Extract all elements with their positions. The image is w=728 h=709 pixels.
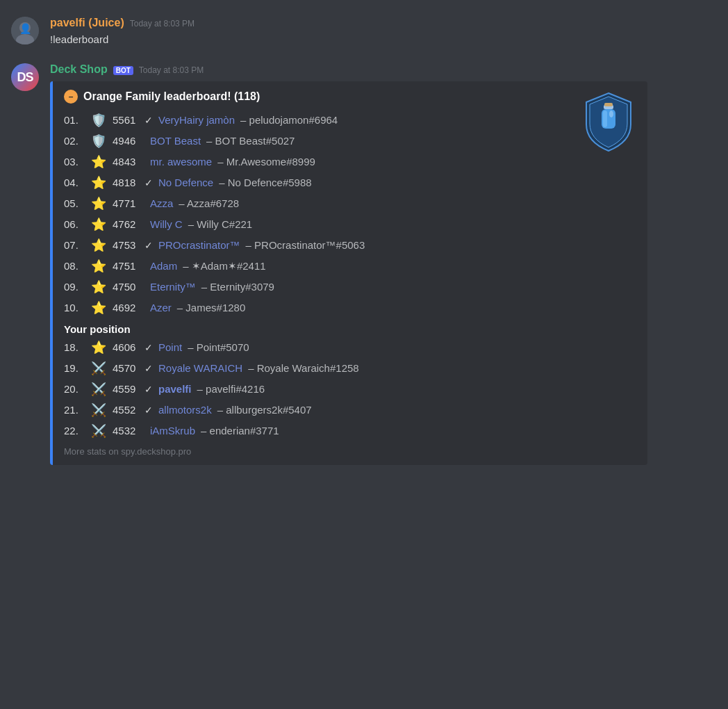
list-item: 07. ⭐ 4753 ✓ PROcrastinator™ – PROcrasti… (64, 237, 636, 254)
rank-icon: ⭐ (90, 258, 107, 275)
svg-point-8 (609, 111, 613, 117)
rank-icon: ⚔️ (90, 402, 107, 418)
list-item: 22. ⚔️ 4532 iAmSkrub – enderian#3771 (64, 423, 636, 439)
rank-icon: ⚔️ (90, 381, 107, 398)
rank-icon: ⭐ (90, 216, 107, 233)
bot-message: DS Deck Shop BOT Today at 8:03 PM – Oran… (0, 58, 728, 471)
list-item: 10. ⭐ 4692 Azer – James#1280 (64, 300, 636, 316)
rank-icon: ⚔️ (90, 360, 107, 377)
bot-message-header: Deck Shop BOT Today at 8:03 PM (50, 63, 717, 76)
bot-timestamp: Today at 8:03 PM (139, 65, 204, 75)
list-item: 09. ⭐ 4750 Eternity™ – Eternity#3079 (64, 279, 636, 295)
list-item: 08. ⭐ 4751 Adam – ✶Adam✶#2411 (64, 258, 636, 275)
list-item: 18. ⭐ 4606 ✓ Point – Point#5070 (64, 339, 636, 356)
embed-title: – Orange Family leaderboard! (118) (64, 90, 636, 104)
rank-icon: ⭐ (90, 195, 107, 212)
list-item: 02. 🛡️ 4946 BOT Beast – BOT Beast#5027 (64, 133, 636, 149)
bot-avatar: DS (11, 63, 39, 91)
list-item: 04. ⭐ 4818 ✓ No Defence – No Defence#598… (64, 174, 636, 191)
user-message-content: pavelfi (Juice) Today at 8:03 PM !leader… (50, 17, 717, 47)
rank-icon: ⚔️ (90, 423, 107, 439)
user-timestamp: Today at 8:03 PM (130, 19, 195, 28)
svg-rect-7 (604, 103, 613, 106)
leaderboard-embed: – Orange Family leaderboard! (118) 01. 🛡… (50, 81, 647, 465)
bot-username: Deck Shop (50, 63, 108, 76)
bot-message-content: Deck Shop BOT Today at 8:03 PM – Orange … (50, 63, 717, 465)
rank-icon: ⭐ (90, 174, 107, 191)
orange-dot-icon: – (64, 90, 78, 104)
user-username: pavelfi (Juice) (50, 17, 124, 29)
list-item: 20. ⚔️ 4559 ✓ pavelfi – pavelfi#4216 (64, 381, 636, 398)
rank-icon: ⭐ (90, 237, 107, 254)
list-item: 05. ⭐ 4771 Azza – Azza#6728 (64, 195, 636, 212)
rank-icon: ⭐ (90, 279, 107, 295)
user-message: 👤 pavelfi (Juice) Today at 8:03 PM !lead… (0, 11, 728, 52)
rank-icon: ⭐ (90, 300, 107, 316)
your-position-label: Your position (64, 323, 636, 335)
rank-icon: 🛡️ (90, 133, 107, 149)
list-item: 01. 🛡️ 5561 ✓ VeryHairy jamòn – peludoja… (64, 112, 636, 129)
footer-text: More stats on spy.deckshop.pro (64, 446, 636, 457)
your-position-entries: 18. ⭐ 4606 ✓ Point – Point#5070 19. ⚔️ 4… (64, 339, 636, 439)
user-avatar: 👤 (11, 17, 39, 44)
embed-title-text: Orange Family leaderboard! (118) (83, 90, 260, 103)
embed-thumbnail (581, 90, 636, 145)
embed-body: – Orange Family leaderboard! (118) 01. 🛡… (64, 90, 636, 457)
svg-text:👤: 👤 (19, 23, 32, 35)
bot-badge: BOT (113, 66, 133, 75)
rank-icon: ⭐ (90, 154, 107, 170)
svg-rect-6 (603, 111, 607, 127)
list-item: 19. ⚔️ 4570 ✓ Royale WARAICH – Royale Wa… (64, 360, 636, 377)
user-message-header: pavelfi (Juice) Today at 8:03 PM (50, 17, 717, 29)
leaderboard-entries: 01. 🛡️ 5561 ✓ VeryHairy jamòn – peludoja… (64, 112, 636, 316)
list-item: 06. ⭐ 4762 Willy C – Willy C#221 (64, 216, 636, 233)
user-message-text: !leaderboard (50, 32, 717, 47)
list-item: 03. ⭐ 4843 mr. awesome – Mr.Awesome#8999 (64, 154, 636, 170)
rank-icon: 🛡️ (90, 112, 107, 129)
list-item: 21. ⚔️ 4552 ✓ allmotors2k – allburgers2k… (64, 402, 636, 418)
rank-icon: ⭐ (90, 339, 107, 356)
